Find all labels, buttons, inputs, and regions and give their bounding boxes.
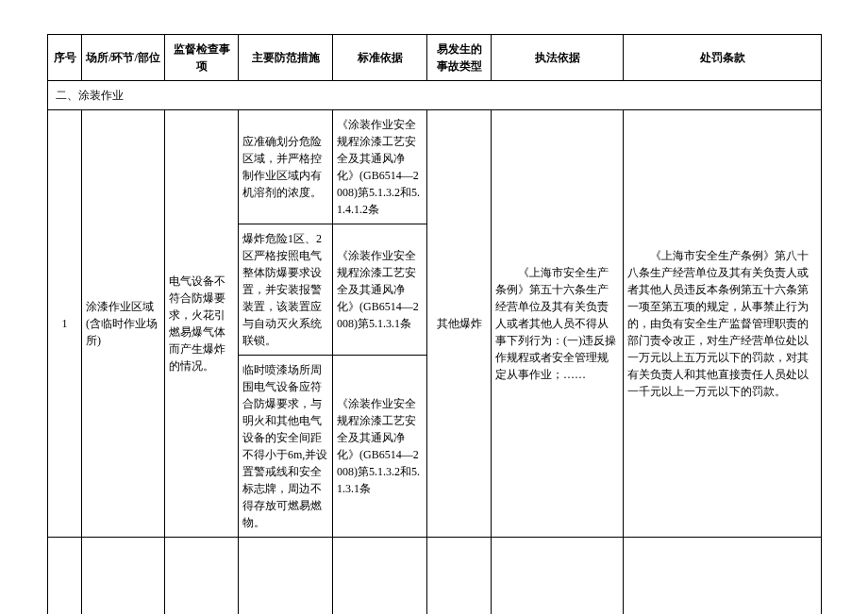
empty-row: [48, 538, 822, 615]
table-row: 1 涂漆作业区域(含临时作业场所) 电气设备不符合防爆要求，火花引燃易爆气体而产…: [48, 110, 822, 224]
header-seq: 序号: [48, 35, 82, 81]
cell-location: 涂漆作业区域(含临时作业场所): [82, 110, 165, 538]
cell-inspection: 电气设备不符合防爆要求，火花引燃易爆气体而产生爆炸的情况。: [165, 110, 239, 538]
inspection-table: 序号 场所/环节/部位 监督检查事项 主要防范措施 标准依据 易发生的事故类型 …: [47, 34, 822, 614]
cell-measure-2: 爆炸危险1区、2区严格按照电气整体防爆要求设置，并安装报警装置，该装置应与自动灭…: [239, 224, 333, 356]
header-inspection: 监督检查事项: [165, 35, 239, 81]
cell-standard-3: 《涂装作业安全规程涂漆工艺安全及其通风净化》(GB6514—2008)第5.1.…: [333, 356, 427, 538]
cell-standard-2: 《涂装作业安全规程涂漆工艺安全及其通风净化》(GB6514—2008)第5.1.…: [333, 224, 427, 356]
section-title: 二、涂装作业: [48, 81, 822, 110]
header-penalty: 处罚条款: [624, 35, 822, 81]
cell-measure-1: 应准确划分危险区域，并严格控制作业区域内有机溶剂的浓度。: [239, 110, 333, 224]
cell-measure-3: 临时喷漆场所周围电气设备应符合防爆要求，与明火和其他电气设备的安全间距不得小于6…: [239, 356, 333, 538]
section-row: 二、涂装作业: [48, 81, 822, 110]
header-location: 场所/环节/部位: [82, 35, 165, 81]
cell-penalty: 《上海市安全生产条例》第八十八条生产经营单位及其有关负责人或者其他人员违反本条例…: [624, 110, 822, 538]
header-accident-type: 易发生的事故类型: [427, 35, 492, 81]
header-row: 序号 场所/环节/部位 监督检查事项 主要防范措施 标准依据 易发生的事故类型 …: [48, 35, 822, 81]
cell-enforcement: 《上海市安全生产条例》第五十六条生产经营单位及其有关负责人或者其他人员不得从事下…: [492, 110, 624, 538]
cell-seq: 1: [48, 110, 82, 538]
cell-accident-type: 其他爆炸: [427, 110, 492, 538]
header-enforcement: 执法依据: [492, 35, 624, 81]
cell-standard-1: 《涂装作业安全规程涂漆工艺安全及其通风净化》(GB6514—2008)第5.1.…: [333, 110, 427, 224]
header-measures: 主要防范措施: [239, 35, 333, 81]
header-standard: 标准依据: [333, 35, 427, 81]
